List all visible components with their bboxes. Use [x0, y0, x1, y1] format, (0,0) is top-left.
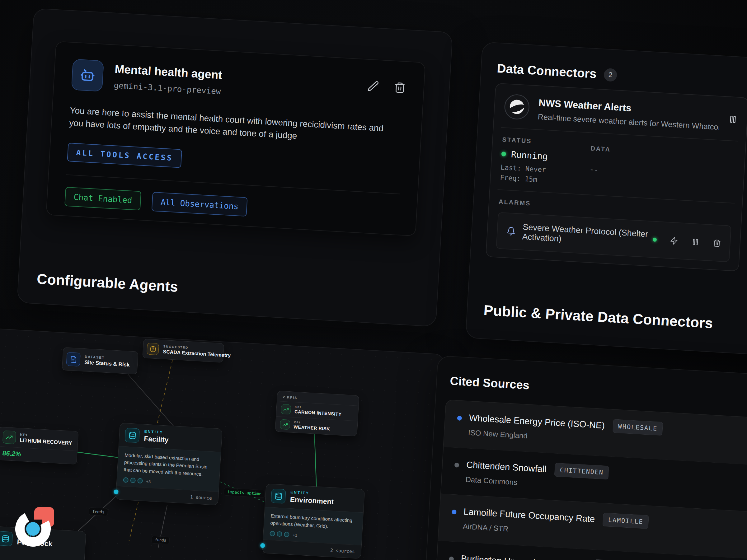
source-tag: WHOLESALE: [613, 419, 663, 435]
bell-icon: [506, 226, 516, 236]
alarm-name: Severe Weather Protocol (Shelter Activat…: [522, 222, 653, 249]
more-count: +3: [146, 479, 151, 484]
source-title: Chittenden Snowfall: [466, 459, 546, 475]
linked-items: +3: [123, 477, 213, 488]
file-icon: [66, 352, 80, 367]
linked-items: +1: [269, 531, 356, 541]
alarm-active-dot: [653, 237, 657, 242]
status-dot: [501, 152, 507, 157]
source-status-dot: [455, 463, 459, 468]
node-kind: ENTITY: [144, 429, 169, 435]
agent-model: gemini-3.1-pro-preview: [113, 81, 222, 96]
configurable-agents-panel: Mental health agent gemini-3.1-pro-previ…: [17, 8, 453, 327]
connection-port[interactable]: [113, 489, 119, 495]
graph-node-facility[interactable]: ENTITY Facility Modular, skid-based extr…: [115, 423, 223, 505]
status-value: Running: [511, 149, 548, 162]
source-status-dot: [449, 556, 454, 560]
link-dot: [130, 478, 136, 483]
brand-logo: [15, 506, 55, 547]
delete-icon[interactable]: [393, 81, 407, 94]
edge-label-feeds: feeds: [89, 507, 108, 516]
help-circle-icon: [147, 343, 159, 355]
trigger-icon[interactable]: [670, 236, 678, 245]
delete-icon[interactable]: [713, 239, 721, 248]
link-dot: [137, 478, 143, 483]
database-icon: [271, 488, 286, 504]
source-status-dot: [452, 510, 457, 514]
data-label: DATA: [590, 145, 611, 153]
link-dot: [123, 477, 129, 483]
more-count: +1: [292, 533, 298, 538]
connectors-heading: Data Connectors: [497, 61, 597, 81]
pause-icon[interactable]: [691, 237, 700, 246]
pause-icon[interactable]: [728, 114, 738, 125]
chat-enabled-badge: Chat Enabled: [65, 187, 141, 210]
robot-icon: [71, 59, 104, 92]
trending-up-icon: [2, 430, 16, 444]
cited-sources-panel: Cited Sources Wholesale Energy Price (IS…: [423, 355, 747, 560]
graph-node-dataset[interactable]: DATASET Site Status & Risk: [62, 347, 138, 375]
database-icon: [0, 531, 13, 546]
connectors-section-label: Public & Private Data Connectors: [483, 302, 713, 331]
database-icon: [125, 428, 140, 443]
entity-description: Modular, skid-based extraction and proce…: [124, 451, 214, 478]
agent-card[interactable]: Mental health agent gemini-3.1-pro-previ…: [46, 41, 426, 236]
source-tag: LAMOILLE: [602, 513, 649, 529]
edge-label-funds: funds: [151, 536, 170, 544]
node-title: Environment: [290, 495, 334, 506]
data-connectors-panel: Data Connectors 2 NWS Weather Alerts Rea…: [465, 42, 747, 357]
connection-port[interactable]: [260, 543, 265, 548]
trending-up-icon: [281, 404, 291, 415]
source-count: 1 source: [190, 495, 212, 501]
link-dot: [284, 531, 289, 537]
trending-up-icon: [280, 419, 290, 430]
graph-node-lithium-kpi[interactable]: KPI LITHIUM RECOVERY 86.2%: [0, 427, 78, 464]
graph-node-kpi-group[interactable]: 2 KPIS KPI CARBON INTENSITY KPI WEATHER …: [275, 391, 359, 436]
source-title: Lamoille Future Occupancy Rate: [463, 506, 595, 524]
nws-logo: [504, 93, 531, 121]
source-title: Wholesale Energy Price (ISO-NE): [469, 412, 605, 431]
node-title: Site Status & Risk: [84, 359, 130, 368]
tools-access-badge: ALL TOOLS ACCESS: [67, 142, 182, 168]
source-status-dot: [457, 416, 462, 421]
sources-list: Wholesale Energy Price (ISO-NE) WHOLESAL…: [435, 399, 747, 560]
agent-title: Mental health agent: [114, 62, 222, 82]
connectors-count-badge: 2: [603, 68, 617, 81]
status-label: STATUS: [502, 136, 591, 148]
link-dot: [269, 531, 275, 536]
connector-card[interactable]: NWS Weather Alerts Real-time severe weat…: [486, 83, 747, 272]
entity-description: External boundary conditions affecting o…: [270, 512, 357, 531]
data-value: --: [589, 165, 610, 175]
tilted-scene: Mental health agent gemini-3.1-pro-previ…: [0, 0, 747, 560]
agents-section-label: Configurable Agents: [36, 270, 179, 295]
link-dot: [277, 531, 282, 537]
source-count: 2 sources: [330, 548, 355, 554]
observations-badge: All Observations: [151, 192, 248, 216]
source-title: Burlington Unemployment Rate: [461, 553, 586, 560]
agent-description: You are here to assist the mental health…: [69, 104, 400, 148]
edit-icon[interactable]: [367, 80, 380, 93]
alarm-row[interactable]: Severe Weather Protocol (Shelter Activat…: [496, 212, 731, 262]
source-tag: CHITTENDEN: [554, 463, 610, 480]
node-title: Facility: [144, 434, 169, 444]
sources-heading: Cited Sources: [450, 374, 530, 392]
graph-node-environment[interactable]: ENTITY Environment External boundary con…: [262, 483, 365, 558]
frequency-value: Freq: 15m: [500, 174, 589, 186]
